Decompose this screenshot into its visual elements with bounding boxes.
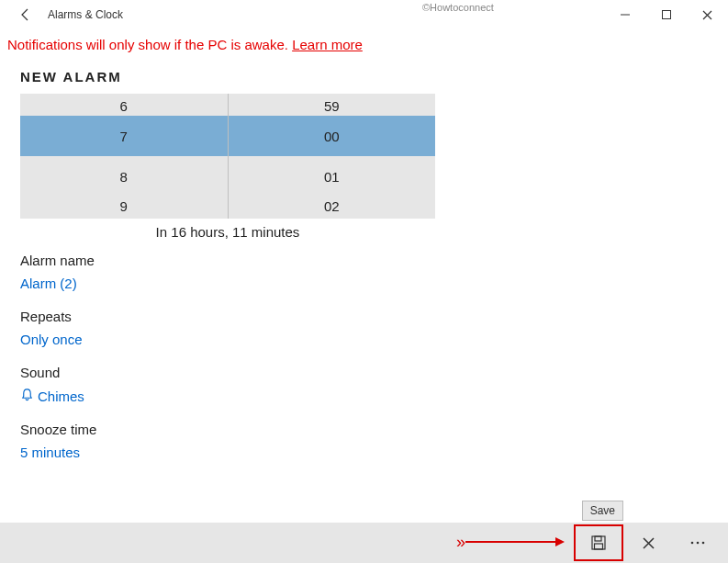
close-button[interactable] bbox=[687, 0, 728, 29]
window-controls bbox=[604, 0, 728, 29]
sound-value-text: Chimes bbox=[38, 388, 84, 404]
learn-more-link[interactable]: Learn more bbox=[292, 37, 363, 52]
picker-row-next2: 9 02 bbox=[20, 197, 435, 219]
minute-next2[interactable]: 02 bbox=[229, 197, 436, 219]
alarm-name-value[interactable]: Alarm (2) bbox=[20, 276, 77, 291]
minute-prev[interactable]: 59 bbox=[229, 94, 436, 116]
svg-rect-1 bbox=[662, 11, 670, 19]
repeats-value[interactable]: Only once bbox=[20, 332, 83, 347]
picker-row-next: 8 01 bbox=[20, 156, 435, 197]
svg-point-6 bbox=[697, 542, 700, 545]
repeats-label: Repeats bbox=[20, 309, 728, 324]
more-button[interactable] bbox=[673, 524, 722, 561]
bell-icon bbox=[20, 388, 34, 404]
hour-prev[interactable]: 6 bbox=[20, 94, 229, 116]
minute-next[interactable]: 01 bbox=[229, 156, 436, 197]
svg-point-7 bbox=[702, 542, 705, 545]
save-button[interactable] bbox=[574, 524, 623, 561]
svg-rect-4 bbox=[595, 544, 603, 549]
time-remaining: In 16 hours, 11 minutes bbox=[20, 219, 435, 253]
sound-field: Sound Chimes bbox=[20, 365, 728, 405]
snooze-value[interactable]: 5 minutes bbox=[20, 445, 80, 460]
annotation-arrow: » bbox=[456, 534, 565, 550]
notification-text: Notifications will only show if the PC i… bbox=[7, 37, 292, 52]
alarm-name-label: Alarm name bbox=[20, 253, 728, 268]
alarm-name-field: Alarm name Alarm (2) bbox=[20, 253, 728, 292]
cancel-button[interactable] bbox=[623, 524, 673, 561]
save-tooltip: Save bbox=[582, 501, 623, 521]
save-icon bbox=[590, 535, 607, 551]
more-icon bbox=[689, 540, 706, 546]
notification-bar: Notifications will only show if the PC i… bbox=[0, 29, 728, 63]
picker-row-selected: 7 00 bbox=[20, 116, 435, 156]
time-picker: 6 59 7 00 8 01 9 02 bbox=[20, 94, 435, 219]
bottom-bar bbox=[0, 523, 728, 563]
snooze-label: Snooze time bbox=[20, 422, 728, 437]
arrow-tip-icon bbox=[555, 537, 565, 546]
arrow-line bbox=[465, 541, 555, 543]
snooze-field: Snooze time 5 minutes bbox=[20, 422, 728, 461]
repeats-field: Repeats Only once bbox=[20, 309, 728, 348]
picker-row-prev: 6 59 bbox=[20, 94, 435, 116]
watermark: ©Howtoconnect bbox=[422, 2, 494, 13]
sound-value[interactable]: Chimes bbox=[20, 388, 84, 404]
hour-selected[interactable]: 7 bbox=[20, 116, 229, 156]
minimize-button[interactable] bbox=[604, 0, 645, 29]
sound-label: Sound bbox=[20, 365, 728, 380]
hour-next2[interactable]: 9 bbox=[20, 197, 229, 219]
arrow-tails-icon: » bbox=[456, 534, 465, 550]
svg-point-5 bbox=[691, 542, 694, 545]
close-icon bbox=[642, 536, 655, 550]
svg-rect-3 bbox=[595, 536, 601, 541]
app-title: Alarms & Clock bbox=[48, 8, 123, 21]
page-title: NEW ALARM bbox=[0, 63, 728, 94]
maximize-button[interactable] bbox=[645, 0, 687, 29]
hour-next[interactable]: 8 bbox=[20, 156, 229, 197]
back-button[interactable] bbox=[7, 0, 44, 29]
minute-selected[interactable]: 00 bbox=[229, 116, 436, 156]
